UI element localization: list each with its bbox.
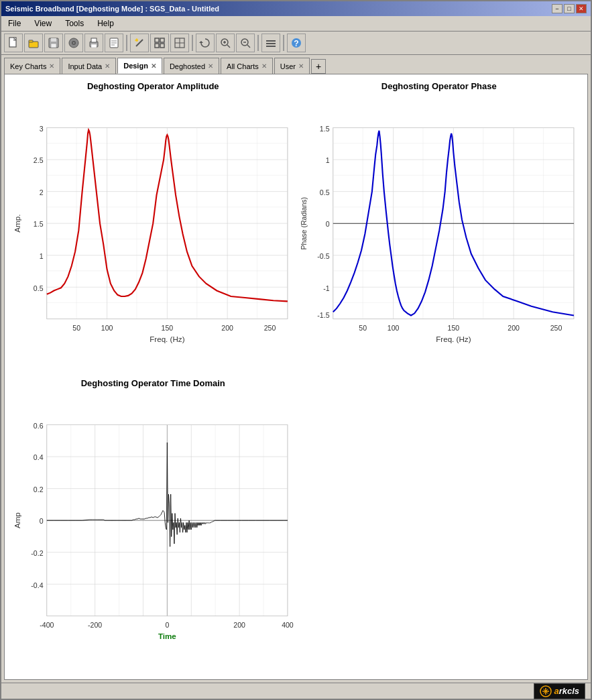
tab-key-charts-close[interactable]: ✕ [49,62,54,70]
svg-text:100: 100 [387,324,399,332]
tab-key-charts-label: Key Charts [10,62,46,70]
logo-area: arkcls [534,683,585,699]
zoom-in-button[interactable] [216,34,235,52]
svg-text:Time: Time [158,632,176,640]
help-button[interactable]: ? [287,34,306,52]
logo-text: arkcls [554,686,579,696]
chart-phase-title: Deghosting Operator Phase [381,81,497,91]
tab-deghosted[interactable]: Deghosted ✕ [164,58,219,74]
svg-rect-2 [29,40,33,42]
refresh-button[interactable] [196,34,215,52]
save-button[interactable] [44,34,63,52]
wand-button[interactable] [130,34,149,52]
chart-amplitude-area[interactable]: 3 2.5 2 1.5 1 0.5 50 100 150 200 250 Fre… [11,93,295,375]
menu-tools[interactable]: Tools [61,17,88,30]
svg-text:0.5: 0.5 [319,188,329,196]
tab-all-charts-close[interactable]: ✕ [261,62,267,70]
svg-rect-20 [155,38,159,42]
svg-marker-27 [199,41,203,43]
chart-time-domain: Deghosting Operator Time Domain [11,378,295,673]
tab-design-close[interactable]: ✕ [151,62,156,70]
charts-grid: Deghosting Operator Amplitude [5,74,587,679]
svg-text:1: 1 [325,156,329,164]
report-button[interactable] [105,34,123,52]
tab-input-data-close[interactable]: ✕ [105,62,110,70]
svg-text:250: 250 [550,324,562,332]
svg-text:0.4: 0.4 [34,453,44,461]
zoom-out-button[interactable] [236,34,255,52]
svg-text:Phase (Radians): Phase (Radians) [299,197,307,250]
chart-phase-area[interactable]: 1.5 1 0.5 0 -0.5 -1 -1.5 50 100 150 200 … [298,93,581,375]
tab-user-label: User [280,62,296,70]
tab-input-data-label: Input Data [68,62,102,70]
svg-text:-1.5: -1.5 [317,311,329,319]
tab-user-close[interactable]: ✕ [298,62,304,70]
svg-rect-37 [266,46,276,47]
svg-text:-0.5: -0.5 [317,252,329,260]
svg-text:-200: -200 [88,621,102,629]
svg-text:-0.4: -0.4 [31,581,43,589]
save-disk-button[interactable] [64,34,83,52]
svg-text:?: ? [294,39,298,48]
tab-key-charts[interactable]: Key Charts ✕ [4,58,60,74]
svg-text:0: 0 [165,621,169,629]
print-button[interactable] [84,34,103,52]
svg-rect-5 [51,44,56,48]
main-window: Seismic Broadband [Deghosting Mode] : SG… [0,0,592,700]
status-bar: arkcls [1,683,591,699]
logo-icon [540,685,552,697]
separator-2 [192,35,193,51]
chart-empty [298,378,581,673]
svg-rect-35 [266,40,276,42]
tabs-bar: Key Charts ✕ Input Data ✕ Design ✕ Degho… [1,55,591,74]
layers-button[interactable] [261,34,280,52]
chart-time-domain-title: Deghosting Operator Time Domain [81,378,225,388]
svg-point-8 [73,42,75,44]
svg-text:150: 150 [162,324,174,332]
svg-text:50: 50 [359,324,367,332]
svg-text:0.2: 0.2 [34,485,44,493]
tab-all-charts[interactable]: All Charts ✕ [221,58,273,74]
maximize-button[interactable]: □ [564,4,575,13]
tab-deghosted-label: Deghosted [170,62,205,70]
svg-rect-11 [91,44,97,48]
chart-phase: Deghosting Operator Phase [298,81,581,375]
svg-line-29 [227,45,230,48]
close-button[interactable]: ✕ [576,4,587,13]
title-bar-buttons: − □ ✕ [552,4,587,13]
svg-text:400: 400 [282,621,294,629]
svg-text:0: 0 [325,220,329,228]
svg-rect-36 [266,43,276,44]
chart-time-domain-area[interactable]: 0.6 0.4 0.2 0 -0.2 -0.4 -400 -200 0 200 … [11,390,295,673]
separator-1 [126,35,127,51]
menu-help[interactable]: Help [93,17,118,30]
grid-large-button[interactable] [150,34,169,52]
content-area: Deghosting Operator Amplitude [4,74,588,680]
svg-text:200: 200 [221,324,233,332]
tab-input-data[interactable]: Input Data ✕ [62,58,116,74]
svg-text:-0.2: -0.2 [31,549,43,557]
svg-text:2: 2 [40,188,44,196]
new-button[interactable] [4,34,23,52]
menu-file[interactable]: File [4,17,25,30]
svg-line-33 [247,45,250,48]
svg-text:1.5: 1.5 [319,125,329,133]
svg-text:1: 1 [40,252,44,260]
minimize-button[interactable]: − [552,4,563,13]
svg-text:0.6: 0.6 [34,422,44,430]
title-bar: Seismic Broadband [Deghosting Mode] : SG… [1,1,591,16]
svg-text:50: 50 [72,324,80,332]
svg-text:0: 0 [40,517,44,525]
svg-text:150: 150 [447,324,459,332]
svg-text:200: 200 [233,621,245,629]
tab-design[interactable]: Design ✕ [117,58,162,74]
tab-deghosted-close[interactable]: ✕ [208,62,213,70]
menu-view[interactable]: View [30,17,56,30]
open-button[interactable] [24,34,43,52]
svg-text:Amp.: Amp. [13,215,21,233]
tab-user[interactable]: User ✕ [274,58,310,74]
grid-small-button[interactable] [170,34,189,52]
tab-add-button[interactable]: + [311,59,326,74]
chart-time-domain-svg: 0.6 0.4 0.2 0 -0.2 -0.4 -400 -200 0 200 … [11,390,295,673]
svg-rect-10 [91,38,97,42]
